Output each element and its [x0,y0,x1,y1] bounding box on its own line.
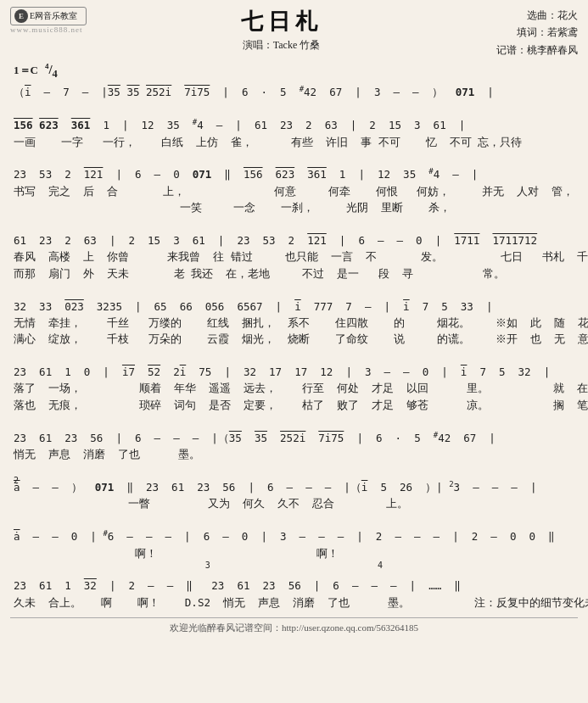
footer-text: 欢迎光临醉春风记谱空间：http://user.qzone.qq.com/563… [10,622,578,634]
logo-area: E E网音乐教室 www.music888.net [10,7,87,34]
website-line: www.music888.net [10,25,87,34]
score-content: （i — 7 — |35 35 252i 7i75 | 6 · 5 #42 67… [14,84,574,611]
logo-box: E E网音乐教室 [10,7,87,25]
score-container: （i — 7 — |35 35 252i 7i75 | 6 · 5 #42 67… [10,84,578,611]
subtitle-line: 演唱：Tacke 竹桑 [87,38,476,53]
logo-text: E网音乐教室 [30,10,77,22]
main-title: 七日札 [87,7,476,36]
lyrics-info: 填词：若紫鸢 [476,24,578,41]
time-signature: 4/4 [45,62,58,81]
page-wrapper: E E网音乐教室 www.music888.net 七日札 演唱：Tacke 竹… [10,7,578,634]
key-signature: 1＝C 4/4 [10,62,578,81]
header: E E网音乐教室 www.music888.net 七日札 演唱：Tacke 竹… [10,7,578,59]
logo-icon: E [14,9,28,23]
selected-info: 选曲：花火 [476,7,578,24]
footer: 欢迎光临醉春风记谱空间：http://user.qzone.qq.com/563… [10,617,578,634]
notation-info: 记谱：桃李醉春风 [476,42,578,59]
key-text: 1＝C [14,63,38,78]
title-area: 七日札 演唱：Tacke 竹桑 [87,7,476,53]
right-info: 选曲：花火 填词：若紫鸢 记谱：桃李醉春风 [476,7,578,59]
